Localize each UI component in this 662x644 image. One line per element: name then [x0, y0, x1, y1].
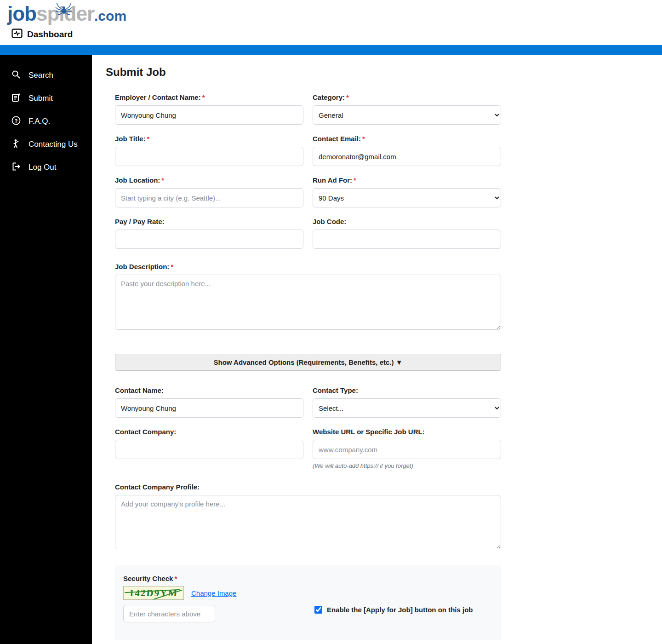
company-profile-textarea[interactable] — [115, 495, 501, 549]
sidebar-item-label: F.A.Q. — [29, 117, 50, 126]
sidebar-item-contacting-us[interactable]: Contacting Us — [0, 133, 92, 156]
accent-bar — [0, 45, 662, 55]
main-content: Submit Job Employer / Contact Name:* Cat… — [92, 55, 662, 644]
sidebar-item-log-out[interactable]: Log Out — [0, 156, 92, 179]
website-url-input[interactable] — [313, 440, 501, 459]
security-check-label: Security Check* — [123, 575, 501, 582]
job-location-input[interactable] — [115, 188, 303, 207]
contact-email-input[interactable] — [313, 147, 501, 166]
page-title: Submit Job — [106, 66, 662, 79]
employer-name-input[interactable] — [115, 105, 303, 125]
website-url-note: (We will auto-add https:// if you forget… — [313, 462, 501, 469]
contact-type-label: Contact Type: — [313, 386, 501, 394]
submit-icon — [11, 93, 21, 104]
spider-icon — [55, 2, 73, 17]
show-advanced-options-button[interactable]: Show Advanced Options (Requirements, Ben… — [115, 354, 501, 371]
sidebar-item-submit[interactable]: Submit — [0, 87, 92, 110]
required-marker: * — [174, 575, 177, 582]
sidebar: Search Submit ? F.A.Q. Contacting Us — [0, 55, 92, 644]
job-location-label: Job Location:* — [115, 176, 303, 184]
required-marker: * — [161, 176, 164, 184]
website-url-label: Website URL or Specific Job URL: — [313, 428, 501, 436]
job-title-input[interactable] — [115, 147, 303, 166]
category-select[interactable]: General — [313, 105, 501, 125]
dashboard-link[interactable]: Dashboard — [11, 29, 662, 40]
job-code-input[interactable] — [313, 230, 501, 249]
required-marker: * — [147, 135, 149, 143]
job-description-label: Job Description:* — [115, 263, 501, 270]
contact-name-input[interactable] — [115, 398, 303, 418]
run-ad-for-label: Run Ad For:* — [313, 176, 501, 184]
job-title-label: Job Title:* — [115, 135, 303, 143]
change-image-link[interactable]: Change Image — [191, 589, 236, 597]
job-code-label: Job Code: — [313, 218, 501, 225]
pay-rate-input[interactable] — [115, 230, 303, 249]
site-header: jobspider.com Dashboard — [0, 0, 662, 45]
sidebar-item-search[interactable]: Search — [0, 64, 92, 87]
sidebar-item-label: Log Out — [29, 163, 57, 172]
contact-email-label: Contact Email:* — [313, 135, 501, 143]
logo-text-job: job — [7, 2, 36, 25]
site-logo[interactable]: jobspider.com — [7, 4, 126, 24]
enable-apply-label: Enable the [Apply for Job] button on thi… — [327, 606, 473, 614]
contact-type-select[interactable]: Select... — [313, 398, 501, 418]
category-label: Category:* — [313, 93, 501, 101]
run-ad-for-select[interactable]: 90 Days — [313, 188, 501, 207]
enable-apply-row: Enable the [Apply for Job] button on thi… — [314, 606, 473, 614]
pay-rate-label: Pay / Pay Rate: — [115, 218, 303, 225]
required-marker: * — [354, 176, 356, 184]
page: jobspider.com Dashboard — [0, 0, 662, 644]
search-icon — [11, 70, 21, 81]
security-check-section: Security Check* 142D9YM Change Image Ena… — [115, 565, 501, 640]
sidebar-item-label: Search — [29, 71, 53, 80]
sidebar-item-label: Contacting Us — [29, 140, 78, 149]
sidebar-item-label: Submit — [29, 94, 53, 103]
captcha-input[interactable] — [123, 605, 215, 622]
contact-company-input[interactable] — [115, 440, 303, 459]
svg-text:?: ? — [14, 118, 17, 124]
contact-name-label: Contact Name: — [115, 386, 303, 394]
submit-job-form: Employer / Contact Name:* Category:* Gen… — [115, 93, 501, 640]
enable-apply-checkbox[interactable] — [314, 606, 322, 614]
contact-company-label: Contact Company: — [115, 428, 303, 436]
required-marker: * — [346, 93, 349, 101]
sidebar-item-faq[interactable]: ? F.A.Q. — [0, 110, 92, 133]
logout-icon — [11, 162, 21, 173]
dashboard-icon — [11, 29, 23, 40]
person-waving-icon — [11, 139, 21, 150]
dashboard-label: Dashboard — [27, 29, 73, 40]
job-description-textarea[interactable] — [115, 275, 501, 330]
question-circle-icon: ? — [11, 116, 21, 127]
required-marker: * — [171, 263, 173, 270]
captcha-image: 142D9YM — [123, 586, 184, 600]
logo-text-com: .com — [94, 8, 126, 23]
required-marker: * — [202, 93, 205, 101]
required-marker: * — [362, 135, 365, 143]
company-profile-label: Contact Company Profile: — [115, 483, 501, 491]
employer-name-label: Employer / Contact Name:* — [115, 93, 303, 101]
